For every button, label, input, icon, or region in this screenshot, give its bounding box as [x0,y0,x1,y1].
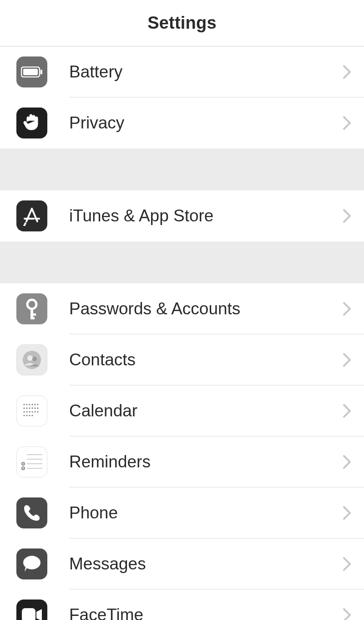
chevron-right-icon [343,506,351,520]
svg-point-24 [29,407,30,409]
appstore-icon [16,200,47,231]
row-label: Messages [69,554,146,574]
svg-point-37 [31,415,33,416]
row-content: Contacts [69,334,364,385]
row-label: Battery [69,62,122,82]
settings-row-phone[interactable]: Phone [0,487,364,538]
chevron-right-icon [343,404,351,418]
svg-point-9 [30,303,33,306]
svg-rect-11 [30,313,36,316]
settings-row-privacy[interactable]: Privacy [0,97,364,149]
settings-row-facetime[interactable]: FaceTime [0,589,364,620]
row-label: Contacts [69,350,136,369]
row-content: Phone [69,487,364,538]
settings-row-reminders[interactable]: Reminders [0,436,364,487]
settings-row-itunes-appstore[interactable]: iTunes & App Store [0,190,364,241]
row-label: iTunes & App Store [69,206,213,225]
row-content: iTunes & App Store [69,190,364,241]
page-title: Settings [147,13,217,33]
messages-icon [16,548,47,579]
settings-row-messages[interactable]: Messages [0,538,364,589]
row-content: Calendar [69,385,364,436]
chevron-right-icon [343,353,351,367]
chevron-right-icon [343,116,351,130]
section-gap [0,241,364,283]
svg-point-28 [23,411,25,412]
row-label: FaceTime [69,605,143,620]
reminders-icon [16,446,47,477]
svg-point-31 [31,411,33,412]
settings-row-contacts[interactable]: Contacts [0,334,364,385]
svg-point-17 [26,404,27,405]
svg-rect-47 [22,608,35,620]
hand-icon [16,108,47,138]
row-content: Reminders [69,436,364,487]
row-content: FaceTime [69,589,364,620]
contacts-icon [16,344,47,375]
chevron-right-icon [343,209,351,223]
chevron-right-icon [343,557,351,571]
settings-row-battery[interactable]: Battery [0,46,364,97]
row-content: Battery [69,46,364,97]
svg-point-32 [34,411,35,412]
chevron-right-icon [343,65,351,79]
svg-point-34 [23,415,25,416]
svg-point-16 [23,404,25,405]
svg-point-21 [37,404,38,405]
chevron-right-icon [343,302,351,316]
calendar-icon [16,395,47,426]
svg-point-29 [26,411,27,412]
svg-point-36 [29,415,30,416]
battery-icon [16,56,47,87]
row-label: Phone [69,503,118,523]
row-content: Messages [69,538,364,589]
svg-rect-2 [40,70,42,74]
svg-point-43 [23,463,24,464]
svg-point-20 [34,404,35,405]
svg-point-35 [26,415,27,416]
row-content: Privacy [69,97,364,149]
section-gap [0,149,364,190]
svg-point-25 [31,407,33,409]
svg-point-45 [23,468,24,469]
svg-point-22 [23,407,25,409]
settings-group-3: Passwords & Accounts Contacts Calendar R… [0,283,364,620]
row-label: Privacy [69,113,124,133]
svg-point-30 [29,411,30,412]
svg-point-23 [26,407,27,409]
svg-point-27 [37,407,38,409]
settings-group-1: Battery Privacy [0,46,364,149]
svg-point-14 [27,355,33,361]
chevron-right-icon [343,455,351,469]
svg-rect-12 [30,317,35,319]
chevron-right-icon [343,608,351,620]
header: Settings [0,0,364,46]
row-label: Calendar [69,401,137,420]
settings-row-passwords[interactable]: Passwords & Accounts [0,283,364,334]
facetime-icon [16,600,47,620]
settings-row-calendar[interactable]: Calendar [0,385,364,436]
svg-rect-1 [23,69,38,75]
row-content: Passwords & Accounts [69,283,364,334]
svg-point-33 [37,411,38,412]
row-label: Reminders [69,452,151,471]
svg-point-19 [31,404,33,405]
row-label: Passwords & Accounts [69,299,240,318]
svg-line-7 [24,223,25,226]
phone-icon [16,497,47,528]
svg-point-26 [34,407,35,409]
svg-point-18 [29,404,30,405]
settings-group-2: iTunes & App Store [0,190,364,241]
svg-point-15 [32,357,37,361]
key-icon [16,293,47,324]
